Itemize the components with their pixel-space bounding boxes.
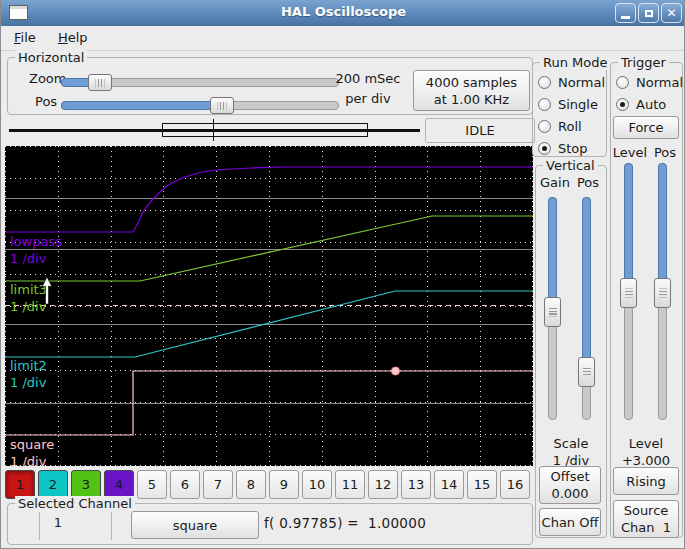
gain-slider-label: Gain — [537, 175, 573, 190]
channel-button-15[interactable]: 15 — [467, 470, 497, 499]
trigger-level-readout-value: +3.000 — [611, 453, 681, 468]
radio-icon — [616, 76, 629, 89]
run-mode-option-roll[interactable]: Roll — [533, 115, 606, 137]
trigger-level-readout-label: Level — [611, 436, 681, 451]
trace-scale-lowpass: 1 /div — [10, 251, 46, 266]
channel-button-8[interactable]: 8 — [236, 470, 266, 499]
record-window-indicator — [162, 123, 368, 137]
trace-scale-limit2: 1 /div — [10, 375, 46, 390]
vertical-pos-slider-handle[interactable] — [578, 357, 595, 387]
trigger-mode-option-auto[interactable]: Auto — [611, 93, 682, 115]
selected-channel-frame: Selected Channel 1 square f( 0.97785) = … — [7, 503, 533, 545]
sample-rate-line1: 4000 samples — [426, 74, 517, 91]
channel-button-9[interactable]: 9 — [269, 470, 299, 499]
minimize-icon — [621, 16, 630, 19]
radio-label: Auto — [636, 97, 666, 112]
scale-label: Scale — [536, 436, 606, 451]
channel-button-11[interactable]: 11 — [335, 470, 365, 499]
channel-button-7[interactable]: 7 — [203, 470, 233, 499]
trigger-source-line2: Chan 1 — [621, 519, 671, 536]
channel-button-3[interactable]: 3 — [71, 470, 101, 499]
trace-scale-square: 1 /div — [10, 454, 46, 469]
horizontal-frame-label: Horizontal — [15, 50, 87, 65]
vertical-frame-label: Vertical — [543, 158, 598, 173]
scope-display[interactable]: lowpass1 /divlimit31 /divlimit21 /divsqu… — [5, 146, 533, 466]
close-button[interactable]: ✕ — [661, 3, 682, 23]
radio-icon — [538, 142, 551, 155]
chan-off-button[interactable]: Chan Off — [539, 508, 601, 536]
radio-label: Stop — [558, 141, 588, 156]
vertical-frame: Vertical Gain Pos Scale 1 /div Offset 0.… — [535, 165, 607, 538]
channel-button-2[interactable]: 2 — [38, 470, 68, 499]
vertical-pos-slider-fill — [582, 197, 591, 371]
channel-button-13[interactable]: 13 — [401, 470, 431, 499]
sample-rate-button[interactable]: 4000 samples at 1.00 KHz — [413, 70, 530, 111]
trigger-level-slider-handle[interactable] — [620, 278, 637, 308]
trigger-pos-slider-handle[interactable] — [654, 278, 671, 308]
separator — [39, 512, 40, 540]
offset-button-value: 0.000 — [551, 485, 588, 502]
trigger-level-slider-fill — [624, 163, 633, 292]
selected-channel-frame-label: Selected Channel — [15, 496, 135, 511]
trigger-pos-slider-fill — [658, 163, 667, 292]
pos-slider-fill — [61, 101, 221, 110]
pos-slider-label: Pos — [35, 94, 57, 109]
vertical-pos-slider-label: Pos — [574, 175, 602, 190]
horizontal-frame: Horizontal Zoom Pos 200 mSec per div 400… — [7, 57, 533, 115]
run-mode-option-stop[interactable]: Stop — [533, 137, 606, 159]
gain-slider-handle[interactable] — [544, 297, 561, 327]
menu-help[interactable]: Help — [49, 26, 97, 48]
channel-button-10[interactable]: 10 — [302, 470, 332, 499]
maximize-button[interactable] — [638, 3, 659, 23]
radio-label: Normal — [636, 75, 683, 90]
maximize-icon — [645, 10, 653, 17]
channel-button-1[interactable]: 1 — [5, 470, 35, 499]
menu-file[interactable]: File — [5, 26, 45, 48]
zoom-slider[interactable] — [61, 78, 339, 87]
chan-off-label: Chan Off — [542, 514, 599, 531]
window-icon — [9, 5, 28, 20]
window-title: HAL Oscilloscope — [281, 4, 406, 19]
vertical-pos-slider[interactable] — [582, 197, 591, 420]
gain-slider-fill — [548, 197, 557, 311]
trigger-mode-option-normal[interactable]: Normal — [611, 71, 682, 93]
zoom-slider-handle[interactable] — [88, 74, 112, 91]
horizontal-pos-slider[interactable] — [61, 101, 339, 110]
title-bar: HAL Oscilloscope ✕ — [1, 0, 685, 26]
cursor-value-readout: f( 0.97785) = 1.00000 — [264, 515, 426, 531]
channel-name: square — [173, 517, 217, 534]
vertical-gain-slider[interactable] — [548, 197, 557, 420]
minimize-button[interactable] — [615, 3, 636, 23]
trigger-frame-label: Trigger — [618, 55, 669, 70]
trigger-level-slider[interactable] — [624, 163, 633, 420]
scope-canvas — [5, 146, 533, 466]
trigger-source-button[interactable]: Source Chan 1 — [613, 500, 679, 538]
channel-button-12[interactable]: 12 — [368, 470, 398, 499]
channel-name-button[interactable]: square — [131, 511, 259, 539]
channel-button-4[interactable]: 4 — [104, 470, 134, 499]
channel-button-5[interactable]: 5 — [137, 470, 167, 499]
force-button[interactable]: Force — [613, 116, 679, 139]
trigger-edge-button[interactable]: Rising — [613, 467, 679, 495]
mouse-cursor-icon — [41, 277, 54, 305]
radio-label: Single — [558, 97, 598, 112]
offset-button[interactable]: Offset 0.000 — [539, 466, 601, 504]
channel-button-6[interactable]: 6 — [170, 470, 200, 499]
run-mode-option-normal[interactable]: Normal — [533, 71, 606, 93]
channel-button-14[interactable]: 14 — [434, 470, 464, 499]
trigger-edge-label: Rising — [626, 473, 666, 490]
pos-slider-handle[interactable] — [210, 97, 234, 114]
run-mode-frame-label: Run Mode — [540, 55, 610, 70]
radio-label: Roll — [558, 119, 582, 134]
close-icon: ✕ — [666, 6, 676, 20]
trace-label-square: square — [10, 437, 54, 452]
radio-label: Normal — [558, 75, 605, 90]
force-button-label: Force — [628, 119, 663, 136]
selected-channel-number: 1 — [44, 515, 72, 530]
menu-bar: File Help — [1, 26, 685, 51]
trigger-pos-slider[interactable] — [658, 163, 667, 420]
channel-button-16[interactable]: 16 — [500, 470, 530, 499]
capture-status: IDLE — [465, 123, 494, 138]
sample-marker — [392, 367, 400, 375]
run-mode-option-single[interactable]: Single — [533, 93, 606, 115]
